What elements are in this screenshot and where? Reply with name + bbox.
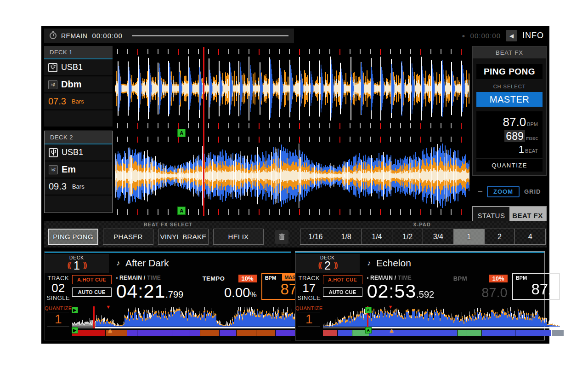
deck1-auto-cue-indicator: AUTO CUE: [72, 288, 112, 297]
info-label: INFO: [522, 31, 544, 40]
bpm-tag: BPM: [516, 275, 527, 281]
fx-buttons: PING PONG PHASER VINYL BRAKE HELIX: [48, 229, 288, 245]
xpad-1-4[interactable]: 1/4: [362, 229, 392, 244]
deck1-overview-canvas: [72, 307, 309, 327]
time-mode-bullet: •: [367, 276, 369, 281]
grid-toggle-button[interactable]: GRID: [524, 188, 541, 195]
xpad-1-16[interactable]: 1/16: [300, 229, 331, 244]
deck1-source: USB1: [61, 63, 83, 72]
deck2-track-col: TRACK 17 SINGLE QUANTIZE 1: [295, 273, 323, 339]
deck2-bars-unit: Bars: [72, 183, 85, 190]
deck1-track-col: TRACK 02 SINGLE QUANTIZE 1: [45, 273, 72, 339]
quantize-label: QUANTIZE: [295, 305, 323, 311]
deck2-track-number: 17: [295, 282, 323, 294]
deck2-info-row: A.HOT CUE AUTO CUE • REMAIN / TIME 02:53…: [323, 273, 560, 303]
cue-triangle-icon: ▼: [106, 304, 111, 310]
remain-mode-label[interactable]: REMAIN: [370, 275, 393, 281]
beatfx-bpm-value: 87.0: [503, 115, 526, 129]
phrase-marker-icon: ▲: [389, 327, 395, 334]
beatfx-quantize-label: QUANTIZE: [476, 158, 543, 172]
fx-button-phaser[interactable]: PHASER: [103, 229, 153, 245]
deck2-info-panel[interactable]: DECK 2 USB1 ♭♯ Em 09.3 Bars: [44, 131, 113, 213]
left-arc-icon: ((: [318, 260, 321, 270]
channel-select-button[interactable]: MASTER: [476, 92, 543, 107]
deck2-beat-ticks-bottom: [115, 209, 469, 215]
deck2-number: 2: [324, 260, 331, 270]
deck2-header: DECK (( 2 )) ♪ Echelon: [295, 253, 544, 273]
beatfx-select-label: BEAT FX SELECT: [44, 222, 292, 227]
beatfx-values: 87.0BPM 689msec 1BEAT: [476, 111, 543, 158]
left-column: DECK 1 USB1 ♭♯ Dbm 07.3 Bars DECK 2: [44, 46, 113, 216]
deck2-zoom-waveform: [115, 144, 469, 208]
deck2-panel-title: DECK 2: [45, 131, 112, 144]
deck2-status-panel[interactable]: DECK (( 2 )) ♪ Echelon TRACK 17 SINGLE Q…: [295, 251, 545, 340]
deck2-tempo-range-badge: 10%: [489, 275, 508, 282]
remain-time: 00:00:00: [92, 32, 122, 40]
deck1-tempo-range-badge: 10%: [238, 275, 257, 282]
deck1-bars-unit: Bars: [72, 98, 84, 105]
deck2-source-row: USB1: [45, 144, 112, 161]
deck1-key: Dbm: [61, 79, 81, 90]
zoom-minus[interactable]: –: [478, 187, 482, 196]
deck2-time-frac: .592: [416, 289, 434, 299]
phrase-marker-icon: ▲: [107, 327, 113, 334]
time-mode-label[interactable]: TIME: [147, 275, 161, 281]
deck2-badge: DECK (( 2 )): [295, 254, 360, 273]
time-mode-label[interactable]: TIME: [398, 275, 412, 281]
deck1-beat-ticks-top: [115, 49, 469, 55]
deck1-bars-value: 07.3: [48, 96, 66, 107]
deck2-empty-row: [45, 196, 112, 213]
deck1-track-title: After Dark: [125, 258, 169, 269]
deck1-time-main: 04:21: [116, 281, 166, 302]
playhead-line: [203, 47, 204, 216]
xpad-3-4[interactable]: 3/4: [423, 229, 453, 244]
xpad-1-8[interactable]: 1/8: [331, 229, 362, 244]
deck2-progress-line: [323, 327, 560, 328]
beatfx-beat-value: 1: [519, 144, 524, 155]
beatfx-effect-name: PING PONG: [476, 64, 543, 79]
music-note-icon: ♪: [116, 259, 120, 267]
zoom-toggle-button[interactable]: ZOOM: [487, 186, 520, 197]
deck1-empty-row: [44, 110, 113, 127]
right-column: BEAT FX PING PONG CH SELECT MASTER 87.0B…: [472, 46, 547, 224]
slash: /: [144, 275, 146, 281]
deck1-status-panel[interactable]: DECK (( 1 )) ♪ After Dark TRACK 02 SINGL…: [44, 251, 291, 340]
deck2-hotcue-a-marker: A: [177, 207, 186, 215]
xpad-1[interactable]: 1: [453, 229, 484, 244]
xpad-label: X-PAD: [299, 222, 545, 227]
record-time: 00:00:00: [470, 32, 501, 40]
deck2-overview-waveform[interactable]: ▼▲AA: [323, 306, 560, 336]
deck1-bars-row: 07.3 Bars: [44, 93, 113, 110]
xpad-1-2[interactable]: 1/2: [392, 229, 423, 244]
xpad-4[interactable]: 4: [514, 229, 545, 244]
trash-button[interactable]: [275, 230, 288, 244]
remain-bar: REMAIN 00:00:00: [44, 29, 294, 43]
deck1-tempo-value: 0.00: [224, 285, 250, 300]
main-waveform-area[interactable]: A A: [115, 46, 469, 217]
deck2-bpm-value: 87: [531, 281, 548, 298]
deck2-bpm-ghost-value: 87.0: [453, 285, 508, 300]
back-arrow-button[interactable]: ◀: [506, 30, 517, 41]
beatfx-panel: BEAT FX PING PONG CH SELECT MASTER 87.0B…: [472, 46, 547, 176]
track-label: TRACK: [45, 275, 72, 282]
track-progress-line: [132, 35, 288, 36]
overview-cue-marker: A: [365, 307, 372, 313]
right-arc-icon: )): [83, 260, 86, 270]
deck1-info-row: A.HOT CUE AUTO CUE • REMAIN / TIME 04:21…: [72, 273, 309, 303]
phrase-cue-marker: ▶: [72, 327, 78, 334]
xpad-cells: 1/16 1/8 1/4 1/2 3/4 1 2 4: [300, 229, 546, 245]
key-icon: ♭♯: [48, 80, 57, 89]
track-label: TRACK: [295, 275, 323, 282]
xpad-2[interactable]: 2: [484, 229, 515, 244]
deck2-bars-row: 09.3 Bars: [45, 178, 112, 196]
fx-button-vinyl-brake[interactable]: VINYL BRAKE: [158, 229, 209, 245]
beatfx-msec-value[interactable]: 689: [504, 130, 525, 142]
remain-mode-label[interactable]: REMAIN: [119, 275, 142, 281]
deck2-play-mode: SINGLE: [295, 294, 323, 301]
deck1-info-panel[interactable]: DECK 1 USB1 ♭♯ Dbm 07.3 Bars: [44, 46, 113, 127]
record-indicator-icon: ●: [462, 33, 465, 39]
fx-button-helix[interactable]: HELIX: [213, 229, 264, 245]
deck1-overview-waveform[interactable]: ▼▲▶▶: [72, 306, 309, 336]
fx-button-ping-pong[interactable]: PING PONG: [48, 229, 98, 245]
remain-label: REMAIN: [61, 32, 87, 40]
